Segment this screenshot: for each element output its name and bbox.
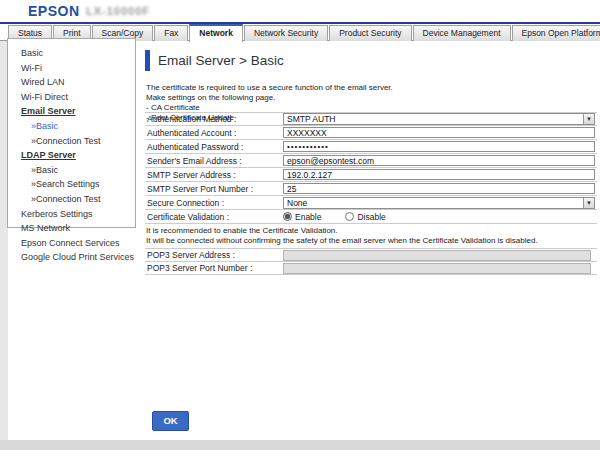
sidebar-nav: Basic Wi-Fi Wired LAN Wi-Fi Direct Email… xyxy=(7,38,136,228)
form-row-pop3-server-address: POP3 Server Address : xyxy=(145,249,597,262)
radio-option-disable[interactable]: Disable xyxy=(345,212,385,222)
field-label: SMTP Server Address : xyxy=(145,170,283,180)
form-row-secure-connection: Secure Connection : None ▼ xyxy=(145,196,597,210)
authentication-method-select[interactable]: SMTP AUTH ▼ xyxy=(283,113,595,125)
enable-radio[interactable] xyxy=(283,212,292,221)
note-line: It will be connected without confirming … xyxy=(146,236,597,246)
radio-option-enable[interactable]: Enable xyxy=(283,212,321,222)
note-line: It is recommended to enable the Certific… xyxy=(146,226,597,236)
epson-logo: EPSON xyxy=(28,3,80,19)
authenticated-password-input[interactable] xyxy=(283,141,595,152)
description-line: Make settings on the following page. xyxy=(146,93,393,103)
page-title: Email Server > Basic xyxy=(158,53,284,68)
footer-bar xyxy=(0,440,600,450)
sidebar-item-wifi-direct[interactable]: Wi-Fi Direct xyxy=(8,90,135,105)
sidebar-item-wifi[interactable]: Wi-Fi xyxy=(8,61,135,76)
title-accent-bar xyxy=(145,50,150,71)
field-label: Authenticated Password : xyxy=(145,142,283,152)
radio-label: Enable xyxy=(295,212,321,222)
form-row-authentication-method: Authentication Method : SMTP AUTH ▼ xyxy=(145,112,597,126)
form-row-pop3-server-port-number: POP3 Server Port Number : xyxy=(145,262,597,275)
form-row-smtp-server-port-number: SMTP Server Port Number : xyxy=(145,182,597,196)
pop3-server-port-number-input xyxy=(283,263,591,274)
chevron-down-icon[interactable]: ▼ xyxy=(583,198,594,208)
field-label: Sender's Email Address : xyxy=(145,156,283,166)
field-label: POP3 Server Port Number : xyxy=(145,263,283,273)
form-row-senders-email-address: Sender's Email Address : xyxy=(145,154,597,168)
tab-fax[interactable]: Fax xyxy=(154,25,188,41)
field-label: POP3 Server Address : xyxy=(145,250,283,260)
authenticated-account-input[interactable] xyxy=(283,127,595,138)
selected-value: None xyxy=(287,198,307,208)
ok-button[interactable]: OK xyxy=(152,411,189,431)
tab-product-security[interactable]: Product Security xyxy=(329,25,411,41)
chevron-down-icon[interactable]: ▼ xyxy=(583,114,594,124)
form-row-certificate-validation: Certificate Validation : Enable Disable xyxy=(145,210,597,224)
sidebar-item-wired-lan[interactable]: Wired LAN xyxy=(8,75,135,90)
form-row-smtp-server-address: SMTP Server Address : xyxy=(145,168,597,182)
sidebar-item-ldap-basic[interactable]: »Basic xyxy=(8,163,135,178)
sidebar-item-ldap-search-settings[interactable]: »Search Settings xyxy=(8,177,135,192)
tab-epson-open-platform[interactable]: Epson Open Platform xyxy=(512,25,600,41)
sidebar-item-epson-connect-services[interactable]: Epson Connect Services xyxy=(8,236,135,251)
sidebar-item-ldap-connection-test[interactable]: »Connection Test xyxy=(8,192,135,207)
field-label: Certificate Validation : xyxy=(145,212,283,222)
app-header: EPSON LX-10000F xyxy=(0,0,600,22)
field-label: Authentication Method : xyxy=(145,114,283,124)
field-label: Authenticated Account : xyxy=(145,128,283,138)
description-line: The certificate is required to use a sec… xyxy=(146,83,393,93)
smtp-server-port-number-input[interactable] xyxy=(283,183,595,194)
main-content: Email Server > Basic The certificate is … xyxy=(145,41,597,440)
tab-device-management[interactable]: Device Management xyxy=(413,25,511,41)
sidebar-item-email-server-basic[interactable]: »Basic xyxy=(8,119,135,134)
senders-email-address-input[interactable] xyxy=(283,155,595,166)
secure-connection-select[interactable]: None ▼ xyxy=(283,197,595,209)
tab-network-security[interactable]: Network Security xyxy=(244,25,328,41)
sidebar-section-email-server[interactable]: Email Server xyxy=(8,104,135,119)
disable-radio[interactable] xyxy=(345,212,354,221)
form-row-authenticated-password: Authenticated Password : xyxy=(145,140,597,154)
certificate-validation-note: It is recommended to enable the Certific… xyxy=(145,224,597,249)
sidebar-item-basic[interactable]: Basic xyxy=(8,46,135,61)
field-label: SMTP Server Port Number : xyxy=(145,184,283,194)
tab-network[interactable]: Network xyxy=(189,24,243,42)
field-label: Secure Connection : xyxy=(145,198,283,208)
email-server-form: Authentication Method : SMTP AUTH ▼ Auth… xyxy=(145,112,597,275)
radio-label: Disable xyxy=(357,212,385,222)
sidebar-item-email-server-connection-test[interactable]: »Connection Test xyxy=(8,134,135,149)
smtp-server-address-input[interactable] xyxy=(283,169,595,180)
printer-model-label: LX-10000F xyxy=(86,5,150,17)
certificate-validation-radio-group: Enable Disable xyxy=(283,212,410,222)
sidebar-item-google-cloud-print-services[interactable]: Google Cloud Print Services xyxy=(8,250,135,265)
sidebar-section-ldap-server[interactable]: LDAP Server xyxy=(8,148,135,163)
sidebar-item-ms-network[interactable]: MS Network xyxy=(8,221,135,236)
sidebar-item-kerberos-settings[interactable]: Kerberos Settings xyxy=(8,207,135,222)
form-row-authenticated-account: Authenticated Account : xyxy=(145,126,597,140)
pop3-server-address-input xyxy=(283,250,591,261)
selected-value: SMTP AUTH xyxy=(287,114,336,124)
